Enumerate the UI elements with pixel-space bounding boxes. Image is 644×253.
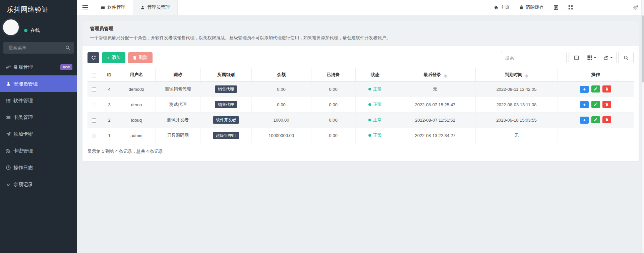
- cell-nickname: 刀客源码网: [155, 128, 200, 143]
- status-badge: 正常: [368, 132, 382, 138]
- export-button[interactable]: [600, 52, 617, 63]
- tab-software[interactable]: 软件管理: [93, 0, 133, 15]
- sidebar-item-logs[interactable]: 操作日志: [0, 159, 77, 176]
- delete-button[interactable]: 删除: [128, 52, 153, 63]
- header-select-all: [87, 68, 101, 81]
- trash-icon: [605, 118, 608, 122]
- column-header-actions: 操作: [558, 68, 634, 81]
- sidebar-item-software[interactable]: 软件管理: [0, 92, 77, 109]
- card-view-button[interactable]: [569, 52, 584, 63]
- sidebar-item-card-keys[interactable]: 卡密管理: [0, 142, 77, 159]
- cell-id: 1: [101, 128, 118, 143]
- table-toolbar: + 添加 删除: [87, 52, 634, 63]
- row-delete-button[interactable]: [602, 101, 611, 108]
- sidebar-toggle-button[interactable]: [77, 0, 93, 15]
- cell-consumed: 0.00: [311, 128, 355, 143]
- list-bars-icon: [6, 115, 11, 120]
- cell-last-login: 无: [395, 81, 475, 97]
- cell-nickname: 测试开发者: [155, 112, 200, 128]
- page-scrollbar[interactable]: [641, 0, 644, 253]
- row-checkbox[interactable]: [92, 103, 96, 107]
- sort-icon: [525, 74, 528, 78]
- columns-icon: [587, 55, 592, 60]
- settings-button[interactable]: [633, 5, 638, 10]
- language-button[interactable]: [553, 5, 559, 10]
- cell-username: demo: [118, 97, 155, 112]
- user-icon: [6, 81, 11, 86]
- scrollbar-thumb[interactable]: [642, 15, 644, 82]
- clear-cache-label: 清除缓存: [526, 4, 544, 10]
- table-search-input[interactable]: [501, 52, 567, 63]
- row-add-sub-button[interactable]: +: [580, 101, 589, 108]
- cell-username: idouq: [118, 112, 155, 128]
- sidebar: 乐抖网络验证 在线: [0, 0, 77, 253]
- columns-button[interactable]: [584, 52, 600, 63]
- row-edit-button[interactable]: [591, 116, 600, 123]
- sidebar-item-add-cards[interactable]: 添加卡密: [0, 126, 77, 142]
- column-header-id: ID: [101, 68, 118, 81]
- row-checkbox[interactable]: [92, 87, 96, 92]
- tab-label: 管理员管理: [147, 4, 170, 10]
- export-icon: [603, 55, 608, 60]
- column-header-last-login[interactable]: 最后登录: [395, 68, 475, 81]
- menu-search-input[interactable]: [3, 42, 74, 54]
- top-navbar: 软件管理 管理员管理 主页 清除: [77, 0, 644, 15]
- sidebar-item-label: 余额记录: [13, 181, 33, 188]
- row-edit-button[interactable]: [591, 85, 600, 92]
- home-link[interactable]: 主页: [494, 4, 510, 10]
- content-area: 管理员管理 一个管理员请只分配一个角色，开软件发者或销售代理，以免权限混乱。超级…: [77, 15, 644, 167]
- cell-expire: 2022-08-03 13:11:08: [475, 97, 558, 112]
- table-view-button-group: [569, 52, 617, 63]
- sidebar-item-general[interactable]: 常规管理 new: [0, 59, 77, 75]
- online-label: 在线: [31, 27, 40, 34]
- sidebar-item-balance[interactable]: v 余额记录: [0, 176, 77, 193]
- status-badge: 正常: [368, 86, 382, 92]
- row-edit-button[interactable]: [591, 101, 600, 108]
- cell-actions: +: [558, 112, 634, 128]
- delete-button-label: 删除: [139, 55, 148, 61]
- sidebar-item-label: 卡类管理: [13, 114, 33, 121]
- online-dot-icon: [24, 29, 27, 32]
- table-header-row: ID 用户名 昵称 所属组别 余额 已消费 状态 最后登录 到期时间 操作: [87, 68, 634, 81]
- row-add-sub-button[interactable]: +: [580, 117, 589, 124]
- column-header-expire[interactable]: 到期时间: [475, 68, 558, 81]
- clear-cache-link[interactable]: 清除缓存: [519, 4, 544, 10]
- plus-icon: +: [583, 103, 586, 107]
- sidebar-item-card-types[interactable]: 卡类管理: [0, 109, 77, 126]
- panel-body: + 添加 删除: [82, 46, 639, 161]
- fullscreen-button[interactable]: [568, 5, 573, 10]
- sidebar-item-label: 软件管理: [13, 98, 33, 104]
- group-badge: 超级管理组: [213, 132, 239, 139]
- select-all-checkbox[interactable]: [92, 73, 96, 77]
- home-label: 主页: [501, 4, 510, 10]
- sort-icon: [444, 74, 447, 78]
- chevron-down-icon: [610, 57, 613, 58]
- online-status: 在线: [24, 27, 40, 34]
- column-header-consumed: 已消费: [311, 68, 355, 81]
- tab-admins[interactable]: 管理员管理: [133, 0, 178, 15]
- th-list-icon: [101, 5, 105, 9]
- row-checkbox[interactable]: [92, 118, 96, 123]
- status-dot-icon: [368, 88, 371, 90]
- add-button[interactable]: + 添加: [102, 52, 125, 63]
- group-badge: 销售代理: [215, 101, 237, 108]
- main-area: 软件管理 管理员管理 主页 清除: [77, 0, 644, 253]
- sidebar-item-label: 添加卡密: [13, 131, 33, 137]
- sidebar-item-admins[interactable]: 管理员管理: [0, 75, 77, 92]
- cell-id: 2: [101, 112, 118, 128]
- cell-consumed: 0.00: [311, 81, 355, 97]
- cell-balance: 0.00: [251, 97, 311, 112]
- admin-app: 乐抖网络验证 在线: [0, 0, 644, 253]
- row-delete-button[interactable]: [602, 116, 611, 123]
- cell-expire: 2023-06-18 15:03:55: [475, 112, 558, 128]
- row-add-sub-button[interactable]: +: [580, 86, 589, 93]
- th-list-icon: [6, 98, 11, 103]
- cell-username: admin: [118, 128, 155, 143]
- refresh-button[interactable]: [87, 52, 99, 63]
- expand-icon: [568, 5, 573, 10]
- group-badge: 销售代理: [215, 85, 237, 93]
- trash-icon: [605, 87, 608, 91]
- row-delete-button[interactable]: [602, 85, 611, 92]
- table-search-button[interactable]: [618, 52, 634, 63]
- page-title: 管理员管理: [90, 26, 631, 32]
